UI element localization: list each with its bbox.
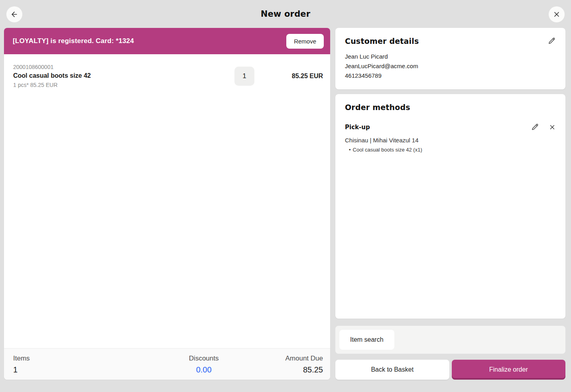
item-search-bar: Item search: [335, 326, 565, 354]
pencil-icon: [547, 37, 556, 45]
items-count: 1: [13, 365, 164, 374]
amount-due-value: 85.25: [244, 365, 323, 374]
close-button[interactable]: [549, 6, 565, 22]
pickup-header: Pick-up: [345, 123, 556, 131]
order-method-pickup: Pick-up Chisina: [345, 123, 556, 153]
bullet: •: [349, 147, 351, 153]
item-name: Cool casual boots size 42: [13, 72, 234, 79]
customer-name: Jean Luc Picard: [345, 52, 556, 61]
items-label: Items: [13, 355, 164, 362]
loyalty-message: [LOYALTY] is registered. Card: *1324: [13, 37, 134, 45]
page-title: New order: [261, 9, 311, 19]
basket-items-list: 2000108600001 Cool casual boots size 42 …: [4, 54, 330, 348]
order-methods-title: Order methods: [345, 103, 556, 112]
summary-items: Items 1: [13, 355, 164, 374]
item-unit-price-line: 1 pcs* 85.25 EUR: [13, 82, 234, 88]
item-search-button[interactable]: Item search: [339, 330, 394, 350]
pickup-location: Chisinau | Mihai Viteazul 14: [345, 137, 556, 144]
pickup-label: Pick-up: [345, 124, 370, 131]
item-info: 2000108600001 Cool casual boots size 42 …: [13, 64, 234, 88]
discounts-value[interactable]: 0.00: [164, 365, 244, 374]
item-code: 2000108600001: [13, 64, 234, 70]
main-layout: [LOYALTY] is registered. Card: *1324 Rem…: [0, 28, 571, 380]
customer-phone: 46123456789: [345, 71, 556, 81]
remove-pickup-button[interactable]: [549, 124, 556, 131]
basket-item-row: 2000108600001 Cool casual boots size 42 …: [4, 60, 330, 92]
edit-pickup-button[interactable]: [531, 123, 539, 131]
summary-discounts: Discounts 0.00: [164, 355, 244, 374]
customer-email: JeanLucPicard@acme.com: [345, 61, 556, 71]
order-methods-card: Order methods Pick-up: [335, 94, 565, 319]
pickup-actions: [531, 123, 556, 131]
customer-details-header: Customer details: [345, 37, 556, 45]
remove-loyalty-button[interactable]: Remove: [286, 34, 324, 49]
close-icon: [549, 124, 556, 131]
footer-actions: Back to Basket Finalize order: [335, 360, 565, 380]
finalize-order-button[interactable]: Finalize order: [452, 360, 566, 380]
summary-amount-due: Amount Due 85.25: [244, 355, 323, 374]
customer-info: Jean Luc Picard JeanLucPicard@acme.com 4…: [345, 52, 556, 81]
pencil-icon: [531, 123, 539, 131]
back-to-basket-button[interactable]: Back to Basket: [335, 360, 449, 380]
loyalty-banner: [LOYALTY] is registered. Card: *1324 Rem…: [4, 28, 330, 54]
back-button[interactable]: [6, 6, 22, 22]
quantity-stepper[interactable]: 1: [234, 67, 254, 86]
customer-details-card: Customer details Jean Luc Picard JeanLuc…: [335, 28, 565, 89]
discounts-label: Discounts: [164, 355, 244, 362]
basket-summary-bar: Items 1 Discounts 0.00 Amount Due 85.25: [4, 348, 330, 380]
item-total-price: 85.25 EUR: [254, 73, 323, 80]
order-sidebar: Customer details Jean Luc Picard JeanLuc…: [335, 28, 565, 380]
header: New order: [0, 0, 571, 28]
basket-panel: [LOYALTY] is registered. Card: *1324 Rem…: [4, 28, 330, 380]
edit-customer-button[interactable]: [547, 37, 556, 45]
close-icon: [553, 10, 561, 18]
customer-details-title: Customer details: [345, 37, 419, 45]
pickup-item-text: Cool casual boots size 42 (x1): [353, 147, 422, 153]
amount-due-label: Amount Due: [244, 355, 323, 362]
pickup-item-line: •Cool casual boots size 42 (x1): [345, 147, 556, 153]
arrow-left-icon: [10, 10, 18, 18]
